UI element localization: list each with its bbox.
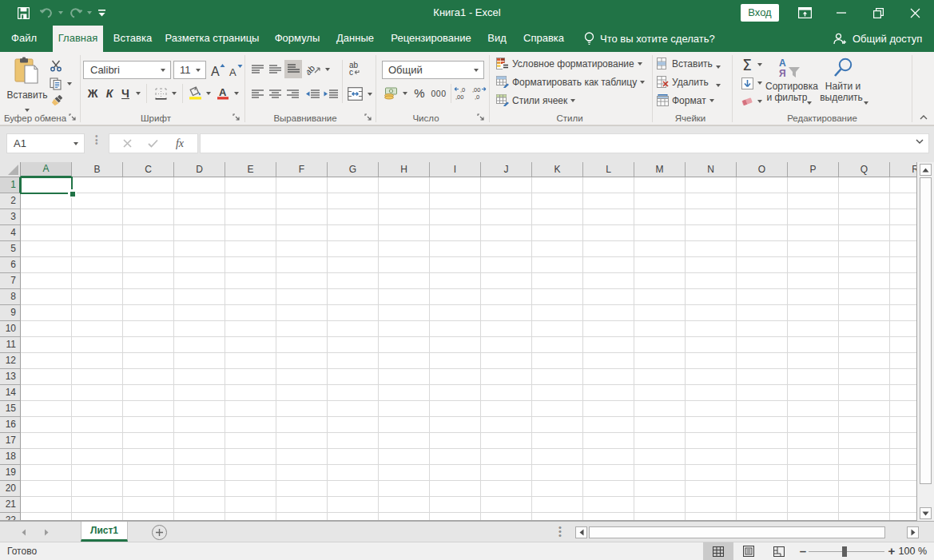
expand-formula-bar-icon[interactable] — [916, 139, 924, 145]
align-left-button[interactable] — [249, 86, 266, 102]
accounting-format-button[interactable] — [382, 85, 399, 101]
tab-formulas[interactable]: Формулы — [264, 26, 330, 52]
next-sheet-button[interactable] — [38, 522, 55, 542]
accounting-format-dropdown[interactable] — [400, 85, 409, 101]
row-header-9[interactable]: 9 — [0, 305, 21, 321]
sheet-tab-active[interactable]: Лист1 — [81, 522, 128, 542]
column-header-C[interactable]: C — [123, 162, 174, 177]
prev-sheet-button[interactable] — [14, 522, 32, 542]
row-header-16[interactable]: 16 — [0, 417, 21, 433]
align-middle-button[interactable] — [267, 62, 284, 77]
underline-button[interactable]: Ч — [118, 85, 133, 101]
tab-page-layout[interactable]: Разметка страницы — [164, 26, 260, 52]
fill-handle[interactable] — [70, 192, 75, 197]
autosum-button[interactable]: Σ — [739, 58, 755, 72]
font-color-button[interactable]: А — [214, 85, 232, 101]
tab-scrollbar-splitter[interactable]: ••• — [557, 526, 563, 538]
column-header-Q[interactable]: Q — [839, 162, 890, 177]
align-right-button[interactable] — [284, 86, 301, 102]
zoom-in-button[interactable]: + — [887, 542, 896, 560]
font-family-combo[interactable]: Calibri — [83, 61, 171, 79]
fill-color-dropdown[interactable] — [204, 85, 213, 101]
merge-center-button[interactable] — [346, 85, 364, 102]
column-header-A[interactable]: A — [21, 162, 72, 177]
increase-font-button[interactable]: A — [209, 62, 225, 78]
row-header-19[interactable]: 19 — [0, 465, 21, 481]
row-header-15[interactable]: 15 — [0, 401, 21, 417]
column-header-N[interactable]: N — [686, 162, 737, 177]
number-dialog-launcher[interactable] — [477, 113, 487, 123]
tab-home[interactable]: Главная — [53, 26, 103, 52]
zoom-out-button[interactable]: – — [798, 542, 808, 560]
column-header-P[interactable]: P — [788, 162, 839, 177]
percent-style-button[interactable]: % — [411, 85, 427, 101]
orientation-dropdown[interactable] — [323, 62, 332, 77]
align-center-button[interactable] — [267, 86, 284, 102]
ribbon-display-options-button[interactable] — [786, 0, 823, 26]
row-header-22[interactable]: 22 — [0, 513, 21, 521]
namebox-splitter[interactable]: ••• — [95, 135, 98, 153]
row-header-2[interactable]: 2 — [0, 193, 21, 209]
minimize-button[interactable] — [823, 0, 860, 26]
clear-button[interactable] — [739, 94, 755, 109]
normal-view-button[interactable] — [703, 542, 733, 560]
row-header-4[interactable]: 4 — [0, 225, 21, 241]
delete-cells-button[interactable]: Удалить — [657, 76, 709, 88]
copy-dropdown[interactable] — [66, 78, 74, 89]
column-header-M[interactable]: M — [634, 162, 686, 177]
column-header-B[interactable]: B — [72, 162, 123, 177]
row-header-7[interactable]: 7 — [0, 273, 21, 289]
formula-input[interactable] — [200, 133, 929, 153]
row-header-8[interactable]: 8 — [0, 289, 21, 305]
page-break-view-button[interactable] — [764, 542, 794, 560]
alignment-dialog-launcher[interactable] — [364, 113, 374, 123]
column-header-J[interactable]: J — [481, 162, 532, 177]
merge-center-dropdown[interactable] — [365, 86, 374, 102]
vertical-scroll-thumb[interactable] — [920, 177, 932, 484]
format-painter-button[interactable] — [48, 94, 64, 109]
borders-button[interactable] — [152, 85, 169, 101]
bold-button[interactable]: Ж — [85, 85, 101, 101]
enter-check-icon[interactable] — [144, 136, 161, 151]
wrap-text-button[interactable]: ab c — [347, 60, 364, 77]
zoom-level[interactable]: 100 % — [899, 542, 927, 560]
cancel-button[interactable] — [118, 136, 136, 151]
row-header-20[interactable]: 20 — [0, 481, 21, 497]
align-top-button[interactable] — [249, 62, 266, 77]
zoom-slider-thumb[interactable] — [842, 546, 847, 557]
insert-cells-button[interactable]: Вставить — [657, 58, 713, 70]
tab-file[interactable]: Файл — [6, 26, 42, 52]
row-header-14[interactable]: 14 — [0, 385, 21, 401]
italic-button[interactable]: К — [102, 85, 117, 101]
column-header-L[interactable]: L — [583, 162, 634, 177]
column-header-F[interactable]: F — [276, 162, 328, 177]
collapse-ribbon-button[interactable] — [917, 112, 930, 123]
row-header-6[interactable]: 6 — [0, 257, 21, 273]
tell-me-box[interactable]: Что вы хотите сделать? — [584, 26, 715, 52]
tab-review[interactable]: Рецензирование — [391, 26, 471, 52]
sheet-grid[interactable] — [21, 177, 917, 521]
borders-dropdown[interactable] — [169, 85, 178, 101]
select-all-button[interactable] — [0, 162, 21, 177]
scroll-down-button[interactable] — [920, 507, 932, 519]
increase-decimal-button[interactable]: ,0 ,00 — [453, 85, 470, 101]
tab-data[interactable]: Данные — [332, 26, 379, 52]
vertical-scrollbar[interactable] — [917, 162, 934, 521]
tab-view[interactable]: Вид — [478, 26, 516, 52]
row-header-13[interactable]: 13 — [0, 369, 21, 385]
decrease-font-button[interactable]: A — [227, 62, 243, 78]
scroll-left-button[interactable] — [575, 526, 587, 538]
column-header-E[interactable]: E — [225, 162, 276, 177]
delete-cells-dropdown[interactable] — [713, 80, 722, 91]
row-header-5[interactable]: 5 — [0, 241, 21, 257]
comma-style-button[interactable]: 000 — [429, 85, 448, 101]
underline-dropdown[interactable] — [133, 85, 142, 101]
cell-styles-button[interactable]: Стили ячеек — [496, 94, 575, 106]
share-button[interactable]: Общий доступ — [833, 26, 922, 52]
copy-button[interactable] — [48, 77, 64, 91]
font-dialog-launcher[interactable] — [233, 113, 242, 123]
clipboard-dialog-launcher[interactable] — [69, 113, 78, 123]
column-header-H[interactable]: H — [379, 162, 430, 177]
insert-function-button[interactable]: fx — [170, 136, 189, 151]
autosum-dropdown[interactable] — [755, 59, 764, 70]
